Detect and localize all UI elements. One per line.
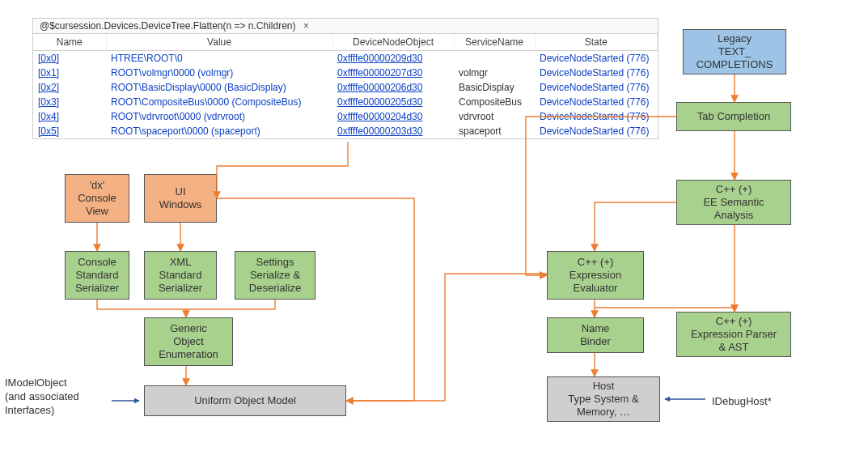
label-imodelobject: IModelObject(and associatedInterfaces) [5, 376, 134, 418]
node-settings-serialize: SettingsSerialize &Deserialize [235, 251, 315, 300]
node-semantic-analysis: C++ (+)EE SemanticAnalysis [676, 180, 791, 225]
row-service: volmgr [454, 66, 535, 80]
node-dx-console-view: 'dx'ConsoleView [65, 174, 129, 223]
data-grid: NameValueDeviceNodeObjectServiceNameStat… [33, 34, 658, 138]
row-name[interactable]: [0x4] [38, 111, 59, 122]
row-value: ROOT\volmgr\0000 (volmgr) [106, 66, 332, 80]
node-xml-serializer: XMLStandardSerializer [144, 251, 217, 300]
row-service: vdrvroot [454, 109, 535, 124]
row-state: DeviceNodeStarted (776) [535, 66, 658, 80]
row-value: HTREE\ROOT\0 [106, 51, 332, 66]
node-expression-parser: C++ (+)Expression Parser& AST [676, 312, 791, 357]
node-name-binder: NameBinder [547, 317, 644, 353]
row-object-link[interactable]: 0xffffe00000203d30 [337, 125, 422, 137]
node-console-serializer: ConsoleStandardSerializer [65, 251, 129, 300]
node-generic-enumeration: GenericObjectEnumeration [144, 317, 233, 366]
node-host-type-system: HostType System &Memory, … [547, 376, 660, 422]
row-service: BasicDisplay [454, 80, 535, 95]
row-name[interactable]: [0x0] [38, 53, 59, 64]
node-ui-windows: UIWindows [144, 174, 217, 223]
tab-title: @$cursession.Devices.DeviceTree.Flatten(… [40, 20, 296, 32]
node-uniform-object-model: Uniform Object Model [144, 385, 346, 416]
row-name[interactable]: [0x5] [38, 125, 59, 137]
table-row: [0x4]ROOT\vdrvroot\0000 (vdrvroot)0xffff… [33, 109, 658, 124]
row-value: ROOT\spaceport\0000 (spaceport) [106, 124, 332, 138]
column-header: Name [33, 34, 106, 51]
row-service: spaceport [454, 124, 535, 138]
column-header: ServiceName [454, 34, 535, 51]
table-tab[interactable]: @$cursession.Devices.DeviceTree.Flatten(… [33, 19, 658, 34]
row-object-link[interactable]: 0xffffe00000204d30 [337, 111, 422, 122]
table-row: [0x5]ROOT\spaceport\0000 (spaceport)0xff… [33, 124, 658, 138]
row-name[interactable]: [0x3] [38, 96, 59, 108]
node-expression-evaluator: C++ (+)ExpressionEvaluator [547, 251, 644, 300]
node-tab-completion: Tab Completion [676, 102, 791, 131]
row-object-link[interactable]: 0xffffe00000209d30 [337, 53, 422, 64]
column-header: State [535, 34, 658, 51]
row-name[interactable]: [0x1] [38, 67, 59, 79]
table-row: [0x3]ROOT\CompositeBus\0000 (CompositeBu… [33, 95, 658, 109]
row-value: ROOT\CompositeBus\0000 (CompositeBus) [106, 95, 332, 109]
row-value: ROOT\vdrvroot\0000 (vdrvroot) [106, 109, 332, 124]
row-value: ROOT\BasicDisplay\0000 (BasicDisplay) [106, 80, 332, 95]
close-icon[interactable]: × [303, 20, 309, 32]
row-object-link[interactable]: 0xffffe00000205d30 [337, 96, 422, 108]
label-idebughost: IDebugHost* [712, 395, 772, 409]
debugger-table: @$cursession.Devices.DeviceTree.Flatten(… [32, 18, 658, 139]
row-object-link[interactable]: 0xffffe00000207d30 [337, 67, 422, 79]
table-row: [0x1]ROOT\volmgr\0000 (volmgr)0xffffe000… [33, 66, 658, 80]
row-state: DeviceNodeStarted (776) [535, 51, 658, 66]
row-name[interactable]: [0x2] [38, 82, 59, 93]
row-state: DeviceNodeStarted (776) [535, 109, 658, 124]
row-state: DeviceNodeStarted (776) [535, 124, 658, 138]
node-legacy-text-completions: LegacyTEXT_COMPLETIONS [683, 29, 786, 74]
row-object-link[interactable]: 0xffffe00000206d30 [337, 82, 422, 93]
table-row: [0x2]ROOT\BasicDisplay\0000 (BasicDispla… [33, 80, 658, 95]
column-header: Value [106, 34, 332, 51]
row-service: CompositeBus [454, 95, 535, 109]
row-service [454, 51, 535, 66]
row-state: DeviceNodeStarted (776) [535, 95, 658, 109]
table-row: [0x0]HTREE\ROOT\00xffffe00000209d30Devic… [33, 51, 658, 66]
column-header: DeviceNodeObject [332, 34, 454, 51]
row-state: DeviceNodeStarted (776) [535, 80, 658, 95]
